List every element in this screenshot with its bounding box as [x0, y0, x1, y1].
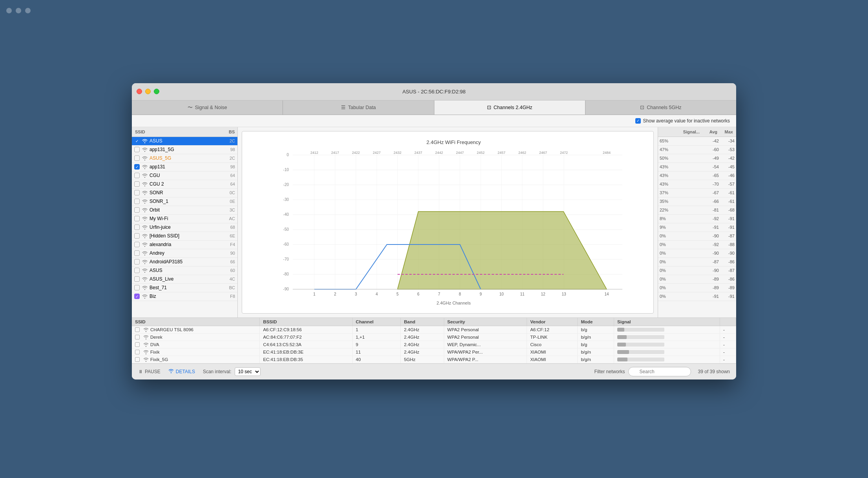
net-checkbox-best71[interactable] [134, 285, 140, 290]
network-sidebar: SSID BS ✓ ASUS 2C [132, 127, 238, 317]
wifi-icon-asus2 [142, 268, 148, 273]
net-checkbox-cgu[interactable] [134, 173, 140, 178]
max-14: -86 [719, 259, 735, 264]
net-checkbox-asus-live[interactable] [134, 276, 140, 282]
svg-text:12: 12 [541, 292, 545, 296]
avg-4: -65 [701, 173, 719, 178]
net-checkbox-orbit[interactable] [134, 207, 140, 213]
network-row-orbit[interactable]: Orbit 3C [132, 206, 237, 215]
max-13: -90 [719, 251, 735, 255]
avg-14: -87 [701, 259, 719, 264]
search-input[interactable] [628, 367, 691, 376]
svg-text:2432: 2432 [394, 151, 401, 155]
svg-text:2: 2 [334, 292, 336, 296]
net-bs-cgu: 64 [223, 173, 235, 178]
net-checkbox-urfin[interactable] [134, 224, 140, 230]
net-bs-sonr1: 0E [223, 199, 235, 204]
network-row-cgu2[interactable]: CGU 2 64 [132, 180, 237, 189]
network-row-urfin[interactable]: Urfin-juice 68 [132, 223, 237, 232]
network-row-andrey[interactable]: Andrey 90 [132, 249, 237, 258]
network-row-app131-5g[interactable]: app131_5G 98 [132, 146, 237, 154]
net-bs-app131-5g: 98 [223, 147, 235, 152]
net-checkbox-andrey[interactable] [134, 250, 140, 256]
checkbox-derek[interactable] [135, 335, 140, 339]
net-checkbox-biz[interactable]: ✓ [134, 294, 140, 299]
td-vendor-chargeu: A6:CF:12 [527, 326, 578, 333]
svg-text:7: 7 [438, 292, 440, 296]
signal-15: 0% [660, 268, 701, 273]
net-checkbox-mywifi[interactable] [134, 216, 140, 221]
signal-8: 22% [660, 208, 701, 212]
scan-interval-select[interactable]: 10 sec 5 sec 30 sec [235, 367, 261, 376]
table-row-dva[interactable]: DVA C4:64:13:C5:52:3A 9 2.4GHz WEP, Dyna… [132, 341, 736, 348]
network-row-sonr1[interactable]: SONR_1 0E [132, 197, 237, 206]
close-button[interactable] [137, 89, 142, 94]
right-row-18: 0% -91 -91 [658, 292, 736, 301]
tab-channels-24ghz[interactable]: ⊡ Channels 2.4GHz [434, 100, 585, 115]
table-row-fixik[interactable]: Fixik EC:41:18:EB:DB:3E 11 2.4GHz WPA/WP… [132, 348, 736, 356]
net-bs-biz: F8 [223, 294, 235, 299]
td-signal-dva [614, 341, 720, 348]
tab-channels-5ghz[interactable]: ⊡ Channels 5GHz [585, 100, 736, 115]
net-bs-asus2: 60 [223, 268, 235, 273]
tab-tabular-data[interactable]: ☰ Tabular Data [283, 100, 434, 115]
net-checkbox-hidden[interactable] [134, 233, 140, 239]
net-checkbox-asus-main[interactable]: ✓ [134, 138, 140, 144]
traffic-lights [137, 89, 159, 94]
svg-text:3: 3 [355, 292, 357, 296]
net-checkbox-app131[interactable]: ✓ [134, 164, 140, 170]
checkbox-chargeu[interactable] [135, 327, 140, 332]
net-checkbox-cgu2[interactable] [134, 181, 140, 187]
network-row-asus2[interactable]: ASUS 60 [132, 266, 237, 275]
svg-text:1: 1 [313, 292, 315, 296]
svg-text:2427: 2427 [373, 151, 381, 155]
table-row-fixik-5g[interactable]: Fixik_5G EC:41:18:EB:DB:35 40 5GHz WPA/W… [132, 356, 736, 363]
max-17: -89 [719, 285, 735, 290]
network-row-androidap[interactable]: AndroidAP3185 66 [132, 258, 237, 266]
net-checkbox-sonr1[interactable] [134, 199, 140, 204]
tab-signal-noise[interactable]: 〜 Signal & Noise [132, 100, 283, 115]
network-row-app131[interactable]: ✓ app131 98 [132, 163, 237, 171]
show-avg-label[interactable]: ✓ Show average value for inactive networ… [635, 118, 730, 124]
pause-button[interactable]: ⏸ PAUSE [138, 369, 160, 374]
table-row-chargeu[interactable]: CHARGEU TSL 8096 A6:CF:12:C9:18:56 1 2.4… [132, 326, 736, 333]
net-bs-mywifi: AC [223, 216, 235, 221]
net-bs-urfin: 68 [223, 225, 235, 230]
net-bs-app131: 98 [223, 164, 235, 169]
td-ssid-dva: DVA [132, 341, 260, 348]
minimize-button[interactable] [145, 89, 151, 94]
network-row-mywifi[interactable]: My Wi-Fi AC [132, 215, 237, 223]
maximize-button[interactable] [154, 89, 159, 94]
svg-text:2412: 2412 [310, 151, 318, 155]
net-bs-alexandria: F4 [223, 242, 235, 247]
table-row-derek[interactable]: Derek AC:84:C6:77:07:F2 1,+1 2.4GHz WPA2… [132, 333, 736, 341]
network-row-alexandria[interactable]: alexandria F4 [132, 241, 237, 249]
checkbox-fixik5g[interactable] [135, 357, 140, 362]
network-row-biz[interactable]: ✓ Biz F8 [132, 292, 237, 301]
td-security-chargeu: WPA2 Personal [444, 326, 527, 333]
desktop-dot-2 [16, 8, 21, 13]
network-row-sonr[interactable]: SONR 0C [132, 189, 237, 197]
net-name-asus-live: ASUS_Live [150, 276, 223, 282]
network-row-asus-main[interactable]: ✓ ASUS 2C [132, 137, 237, 146]
checkbox-dva[interactable] [135, 342, 140, 347]
network-row-asus-5g[interactable]: ASUS_5G 2C [132, 154, 237, 163]
net-checkbox-alexandria[interactable] [134, 242, 140, 247]
network-row-cgu[interactable]: CGU 64 [132, 171, 237, 180]
network-row-hidden[interactable]: [Hidden SSID] 6E [132, 232, 237, 241]
show-avg-checkbox[interactable]: ✓ [635, 118, 641, 124]
svg-text:9: 9 [480, 292, 482, 296]
checkbox-fixik[interactable] [135, 350, 140, 354]
network-row-asus-live[interactable]: ASUS_Live 4C [132, 275, 237, 284]
net-checkbox-androidap[interactable] [134, 259, 140, 265]
wifi-icon-app131-5g [142, 147, 148, 152]
network-row-best71[interactable]: Best_71 BC [132, 284, 237, 292]
net-checkbox-app131-5g[interactable] [134, 147, 140, 152]
td-band-fixik5g: 5GHz [401, 356, 444, 363]
details-button[interactable]: DETAILS [168, 369, 195, 374]
net-checkbox-asus2[interactable] [134, 268, 140, 273]
max-10: -91 [719, 225, 735, 230]
right-row-9: 8% -92 -91 [658, 215, 736, 223]
net-checkbox-asus-5g[interactable] [134, 155, 140, 161]
net-checkbox-sonr[interactable] [134, 190, 140, 195]
